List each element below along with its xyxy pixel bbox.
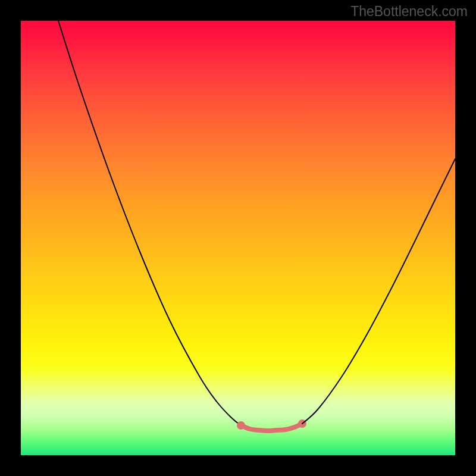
watermark-text: TheBottleneck.com <box>350 4 468 20</box>
plot-area <box>21 21 455 455</box>
chart-frame: TheBottleneck.com <box>0 0 476 476</box>
curve-valley-floor <box>241 424 302 431</box>
valley-marker <box>237 421 245 430</box>
curve-group <box>58 21 455 431</box>
curve-layer <box>21 21 455 455</box>
curve-left-curve <box>58 21 241 425</box>
curve-right-curve <box>302 159 455 424</box>
